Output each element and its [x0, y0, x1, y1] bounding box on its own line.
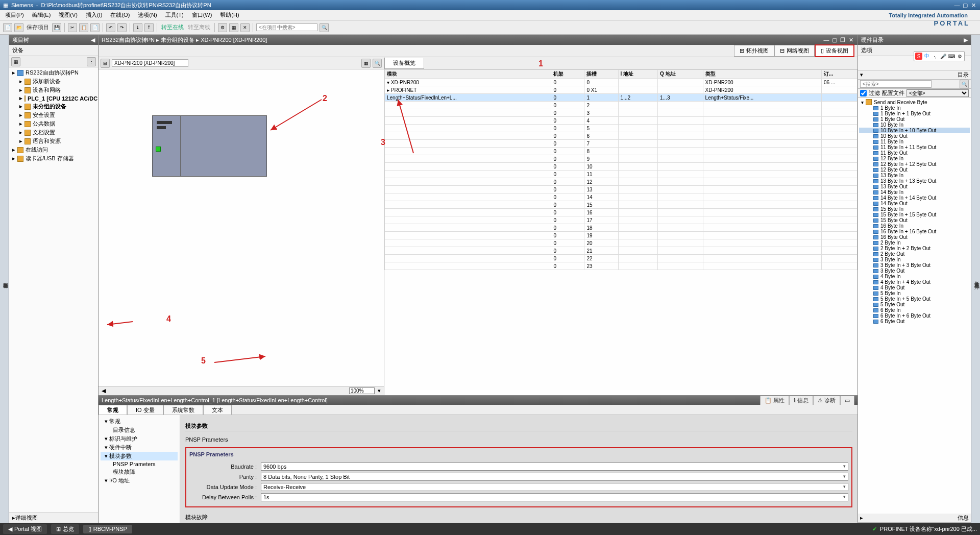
catalog-item[interactable]: 3 Byte Out	[859, 268, 970, 274]
catalog-item[interactable]: 5 Byte Out	[859, 302, 970, 307]
prop-nav-item[interactable]: PNSP Prameters	[101, 460, 178, 468]
catalog-item[interactable]: 12 Byte In + 12 Byte Out	[859, 161, 970, 167]
catalog-item[interactable]: 10 Byte In + 10 Byte Out	[859, 128, 970, 133]
prop-nav-item[interactable]: ▾ 标识与维护	[101, 434, 178, 443]
catalog-item[interactable]: 2 Byte In	[859, 240, 970, 246]
zoom-input[interactable]	[349, 387, 375, 394]
catalog-item[interactable]: 6 Byte In + 6 Byte Out	[859, 313, 970, 319]
table-row[interactable]: 09	[385, 155, 857, 163]
minimize-icon[interactable]: —	[953, 2, 961, 9]
filter-checkbox[interactable]	[860, 90, 867, 96]
catalog-item[interactable]: 15 Byte In + 15 Byte Out	[859, 212, 970, 217]
tool-icon-2[interactable]: ▦	[229, 23, 238, 32]
tree-item[interactable]: ▸公共数据	[10, 119, 97, 128]
save-icon[interactable]: 💾	[52, 23, 61, 32]
tree-item[interactable]: ▸未分组的设备	[10, 102, 97, 111]
tree-item[interactable]: ▸添加新设备	[10, 77, 97, 86]
redo-icon[interactable]: ↷	[117, 23, 127, 32]
new-icon[interactable]: 📄	[3, 23, 12, 32]
menu-item[interactable]: 在线(O)	[107, 10, 133, 20]
search-go-icon[interactable]: 🔍	[320, 23, 329, 32]
catalog-item[interactable]: 13 Byte Out	[859, 184, 970, 189]
table-row[interactable]: Length+Status/FixedInLen+L...011...21...…	[385, 94, 857, 102]
table-row[interactable]: 04	[385, 117, 857, 125]
menu-item[interactable]: 工具(T)	[162, 10, 187, 20]
catalog-item[interactable]: 15 Byte Out	[859, 217, 970, 223]
collapse-icon[interactable]: ◀	[91, 37, 95, 43]
catalog-item[interactable]: 11 Byte In	[859, 139, 970, 144]
module-tab-button[interactable]: ▯ RBCM-PNSP	[83, 525, 132, 533]
menu-item[interactable]: 窗口(W)	[189, 10, 215, 20]
ime-punct-icon[interactable]: ·,	[932, 53, 939, 60]
tab-device[interactable]: ▯设备视图	[815, 44, 854, 57]
table-row[interactable]: 023	[385, 262, 857, 270]
tree-tool-icon[interactable]: ▦	[11, 57, 20, 66]
table-row[interactable]: 011	[385, 171, 857, 178]
tree-item[interactable]: ▸读卡器/USB 存储器	[10, 154, 97, 163]
table-row[interactable]: 020	[385, 239, 857, 247]
ws-max-icon[interactable]: ▢	[831, 37, 838, 43]
ime-mic-icon[interactable]: 🎤	[940, 53, 947, 60]
portal-view-button[interactable]: ◀ Portal 视图	[3, 524, 47, 534]
catalog-item[interactable]: 4 Byte In	[859, 274, 970, 279]
right-sidebar-strip[interactable]: 任务 在线工具 库	[971, 35, 980, 523]
catalog-item[interactable]: 12 Byte In	[859, 156, 970, 161]
catalog-info-header[interactable]: 信息	[958, 514, 969, 522]
catalog-item[interactable]: 10 Byte Out	[859, 133, 970, 139]
tree-item[interactable]: ▸文档设置	[10, 128, 97, 137]
tree-item[interactable]: ▸设备和网络	[10, 86, 97, 94]
device-canvas[interactable]	[99, 69, 384, 386]
table-row[interactable]: 06	[385, 132, 857, 140]
go-online-button[interactable]: 转至在线	[160, 23, 185, 31]
catalog-item[interactable]: 1 Byte Out	[859, 116, 970, 122]
device-module[interactable]	[152, 115, 267, 177]
table-row[interactable]: 016	[385, 209, 857, 216]
catalog-item[interactable]: 12 Byte Out	[859, 167, 970, 173]
catalog-item[interactable]: 6 Byte In	[859, 307, 970, 313]
prop-nav-item[interactable]: ▾ 硬件中断	[101, 443, 178, 452]
catalog-item[interactable]: 1 Byte In	[859, 105, 970, 111]
catalog-item[interactable]: 16 Byte Out	[859, 234, 970, 240]
go-offline-button[interactable]: 转至离线	[187, 23, 211, 31]
ime-kb-icon[interactable]: ⌨	[948, 53, 955, 60]
table-row[interactable]: 017	[385, 216, 857, 224]
options-header[interactable]: 选项	[861, 46, 872, 54]
ime-lang[interactable]: 中	[923, 53, 930, 60]
catalog-item[interactable]: 1 Byte In + 1 Byte Out	[859, 111, 970, 116]
prop-tab[interactable]: IO 变量	[127, 405, 163, 415]
catalog-item[interactable]: 4 Byte Out	[859, 285, 970, 290]
menu-item[interactable]: 插入(I)	[83, 10, 105, 20]
rtab-min-icon[interactable]: ▭	[840, 396, 854, 405]
cut-icon[interactable]: ✂	[68, 23, 77, 32]
project-search-input[interactable]	[256, 23, 317, 31]
catalog-item[interactable]: 15 Byte In	[859, 206, 970, 212]
param-select[interactable]: 8 Data bits, None Parity, 1 Stop Bit	[261, 473, 848, 481]
undo-icon[interactable]: ↶	[106, 23, 115, 32]
download-icon[interactable]: ⤓	[133, 23, 142, 32]
table-row[interactable]: 010	[385, 163, 857, 171]
ime-set-icon[interactable]: ⚙	[956, 53, 963, 60]
ws-close-icon[interactable]: ✕	[847, 37, 854, 43]
catalog-item[interactable]: 16 Byte In	[859, 223, 970, 229]
delete-icon[interactable]: ✕	[240, 23, 250, 32]
port-icon[interactable]	[156, 147, 161, 152]
catalog-item[interactable]: 4 Byte In + 4 Byte Out	[859, 279, 970, 285]
tree-tool-icon-2[interactable]: ⋮	[87, 57, 96, 66]
catalog-search-input[interactable]	[860, 80, 932, 88]
table-row[interactable]: 012	[385, 178, 857, 186]
catalog-item[interactable]: 13 Byte In	[859, 173, 970, 178]
table-row[interactable]: 07	[385, 140, 857, 148]
catalog-item[interactable]: 2 Byte Out	[859, 251, 970, 257]
left-sidebar-strip[interactable]: 设备与网络	[0, 35, 9, 523]
canvas-tool-icon[interactable]: ⊞	[101, 59, 110, 68]
save-button[interactable]: 保存项目	[26, 23, 50, 31]
table-row[interactable]: 018	[385, 224, 857, 232]
table-row[interactable]: ▾ XD-PNR20000XD-PNR20006 ...	[385, 79, 857, 86]
table-row[interactable]: 015	[385, 201, 857, 209]
maximize-icon[interactable]: ▢	[962, 2, 969, 9]
tool-icon[interactable]: ⚙	[218, 23, 227, 32]
catalog-item[interactable]: 16 Byte In + 16 Byte Out	[859, 229, 970, 234]
zoom-dropdown-icon[interactable]: ▾	[378, 387, 381, 394]
menu-item[interactable]: 项目(P)	[2, 10, 27, 20]
catalog-collapse-icon[interactable]: ▶	[964, 37, 968, 43]
